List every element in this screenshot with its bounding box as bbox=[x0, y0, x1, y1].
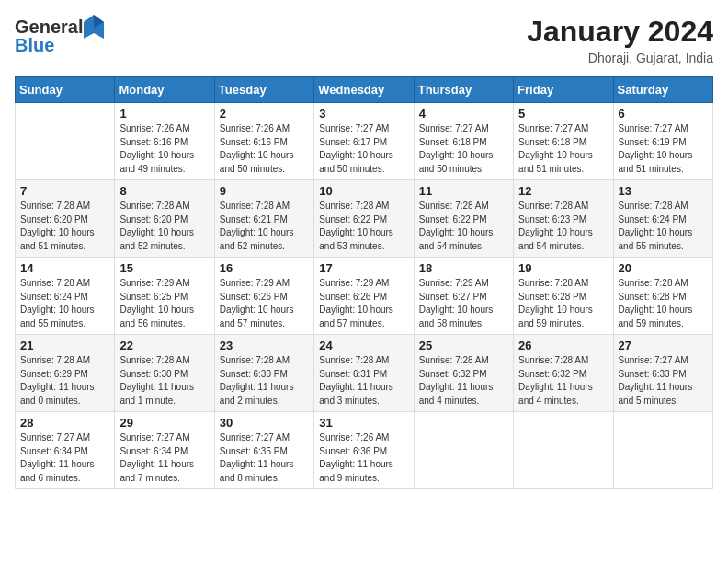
day-info: Sunrise: 7:28 AM Sunset: 6:23 PM Dayligh… bbox=[518, 200, 608, 253]
calendar-cell: 21Sunrise: 7:28 AM Sunset: 6:29 PM Dayli… bbox=[16, 335, 115, 412]
calendar-cell: 1Sunrise: 7:26 AM Sunset: 6:16 PM Daylig… bbox=[115, 103, 214, 180]
calendar-cell: 3Sunrise: 7:27 AM Sunset: 6:17 PM Daylig… bbox=[314, 103, 414, 180]
day-number: 18 bbox=[419, 261, 508, 275]
day-info: Sunrise: 7:27 AM Sunset: 6:35 PM Dayligh… bbox=[220, 431, 309, 485]
day-number: 7 bbox=[20, 184, 109, 198]
day-number: 19 bbox=[518, 261, 608, 275]
day-info: Sunrise: 7:29 AM Sunset: 6:26 PM Dayligh… bbox=[319, 277, 408, 330]
day-info: Sunrise: 7:29 AM Sunset: 6:25 PM Dayligh… bbox=[119, 277, 209, 330]
day-number: 16 bbox=[220, 261, 309, 275]
calendar-cell: 26Sunrise: 7:28 AM Sunset: 6:32 PM Dayli… bbox=[514, 335, 613, 412]
day-number: 12 bbox=[518, 184, 608, 198]
calendar-cell: 2Sunrise: 7:26 AM Sunset: 6:16 PM Daylig… bbox=[214, 103, 313, 180]
day-info: Sunrise: 7:28 AM Sunset: 6:30 PM Dayligh… bbox=[220, 354, 309, 408]
calendar-cell: 12Sunrise: 7:28 AM Sunset: 6:23 PM Dayli… bbox=[514, 180, 613, 258]
day-info: Sunrise: 7:28 AM Sunset: 6:28 PM Dayligh… bbox=[518, 277, 608, 330]
day-number: 17 bbox=[319, 261, 408, 275]
calendar-cell: 28Sunrise: 7:27 AM Sunset: 6:34 PM Dayli… bbox=[16, 412, 115, 489]
day-number: 1 bbox=[119, 107, 209, 121]
day-info: Sunrise: 7:28 AM Sunset: 6:22 PM Dayligh… bbox=[319, 200, 408, 253]
logo-blue-text: Blue bbox=[15, 35, 54, 56]
week-row-2: 7Sunrise: 7:28 AM Sunset: 6:20 PM Daylig… bbox=[16, 180, 713, 258]
page-header: General Blue January 2024 Dhoraji, Gujar… bbox=[15, 15, 713, 65]
day-number: 9 bbox=[220, 184, 309, 198]
day-number: 31 bbox=[319, 416, 408, 430]
day-info: Sunrise: 7:28 AM Sunset: 6:29 PM Dayligh… bbox=[20, 354, 109, 408]
calendar-cell bbox=[613, 412, 712, 489]
day-number: 26 bbox=[518, 339, 608, 352]
day-info: Sunrise: 7:28 AM Sunset: 6:31 PM Dayligh… bbox=[319, 354, 408, 408]
calendar-cell: 9Sunrise: 7:28 AM Sunset: 6:21 PM Daylig… bbox=[214, 180, 313, 258]
day-number: 23 bbox=[220, 339, 309, 352]
calendar-cell: 14Sunrise: 7:28 AM Sunset: 6:24 PM Dayli… bbox=[16, 258, 115, 335]
calendar-cell: 5Sunrise: 7:27 AM Sunset: 6:18 PM Daylig… bbox=[514, 103, 613, 180]
calendar-cell bbox=[16, 103, 115, 180]
column-header-friday: Friday bbox=[514, 77, 613, 103]
day-info: Sunrise: 7:27 AM Sunset: 6:34 PM Dayligh… bbox=[20, 431, 109, 485]
day-number: 21 bbox=[20, 339, 109, 352]
calendar-cell: 31Sunrise: 7:26 AM Sunset: 6:36 PM Dayli… bbox=[314, 412, 414, 489]
day-number: 30 bbox=[220, 416, 309, 430]
calendar-cell: 20Sunrise: 7:28 AM Sunset: 6:28 PM Dayli… bbox=[613, 258, 712, 335]
calendar-cell: 18Sunrise: 7:29 AM Sunset: 6:27 PM Dayli… bbox=[414, 258, 513, 335]
calendar-cell: 30Sunrise: 7:27 AM Sunset: 6:35 PM Dayli… bbox=[214, 412, 313, 489]
day-info: Sunrise: 7:29 AM Sunset: 6:26 PM Dayligh… bbox=[220, 277, 309, 330]
title-block: January 2024 Dhoraji, Gujarat, India bbox=[527, 15, 713, 65]
week-row-1: 1Sunrise: 7:26 AM Sunset: 6:16 PM Daylig… bbox=[16, 103, 713, 180]
day-info: Sunrise: 7:28 AM Sunset: 6:21 PM Dayligh… bbox=[220, 200, 309, 253]
calendar-cell: 17Sunrise: 7:29 AM Sunset: 6:26 PM Dayli… bbox=[314, 258, 414, 335]
month-year: January 2024 bbox=[527, 15, 713, 49]
column-header-sunday: Sunday bbox=[16, 77, 115, 103]
calendar-cell: 10Sunrise: 7:28 AM Sunset: 6:22 PM Dayli… bbox=[314, 180, 414, 258]
day-number: 4 bbox=[419, 107, 508, 121]
week-row-5: 28Sunrise: 7:27 AM Sunset: 6:34 PM Dayli… bbox=[16, 412, 713, 489]
logo: General Blue bbox=[15, 15, 105, 56]
day-info: Sunrise: 7:28 AM Sunset: 6:24 PM Dayligh… bbox=[20, 277, 109, 330]
column-header-monday: Monday bbox=[115, 77, 214, 103]
column-header-saturday: Saturday bbox=[613, 77, 712, 103]
day-info: Sunrise: 7:28 AM Sunset: 6:24 PM Dayligh… bbox=[619, 200, 708, 253]
day-number: 24 bbox=[319, 339, 408, 352]
day-number: 29 bbox=[119, 416, 209, 430]
day-info: Sunrise: 7:27 AM Sunset: 6:33 PM Dayligh… bbox=[619, 354, 708, 408]
day-number: 3 bbox=[319, 107, 408, 121]
day-number: 20 bbox=[619, 261, 708, 275]
day-number: 28 bbox=[20, 416, 109, 430]
day-info: Sunrise: 7:27 AM Sunset: 6:18 PM Dayligh… bbox=[419, 122, 508, 176]
location: Dhoraji, Gujarat, India bbox=[527, 51, 713, 65]
day-info: Sunrise: 7:28 AM Sunset: 6:20 PM Dayligh… bbox=[119, 200, 209, 253]
day-number: 10 bbox=[319, 184, 408, 198]
calendar-cell bbox=[414, 412, 513, 489]
calendar-cell: 24Sunrise: 7:28 AM Sunset: 6:31 PM Dayli… bbox=[314, 335, 414, 412]
calendar-cell: 8Sunrise: 7:28 AM Sunset: 6:20 PM Daylig… bbox=[115, 180, 214, 258]
calendar-cell: 11Sunrise: 7:28 AM Sunset: 6:22 PM Dayli… bbox=[414, 180, 513, 258]
column-header-thursday: Thursday bbox=[414, 77, 513, 103]
day-info: Sunrise: 7:28 AM Sunset: 6:28 PM Dayligh… bbox=[619, 277, 708, 330]
calendar-table: SundayMondayTuesdayWednesdayThursdayFrid… bbox=[15, 76, 713, 489]
calendar-header-row: SundayMondayTuesdayWednesdayThursdayFrid… bbox=[16, 77, 713, 103]
calendar-cell: 25Sunrise: 7:28 AM Sunset: 6:32 PM Dayli… bbox=[414, 335, 513, 412]
day-info: Sunrise: 7:28 AM Sunset: 6:32 PM Dayligh… bbox=[518, 354, 608, 408]
calendar-cell: 19Sunrise: 7:28 AM Sunset: 6:28 PM Dayli… bbox=[514, 258, 613, 335]
day-info: Sunrise: 7:28 AM Sunset: 6:22 PM Dayligh… bbox=[419, 200, 508, 253]
day-number: 11 bbox=[419, 184, 508, 198]
calendar-cell: 6Sunrise: 7:27 AM Sunset: 6:19 PM Daylig… bbox=[613, 103, 712, 180]
calendar-cell: 16Sunrise: 7:29 AM Sunset: 6:26 PM Dayli… bbox=[214, 258, 313, 335]
day-number: 2 bbox=[220, 107, 309, 121]
day-number: 6 bbox=[619, 107, 708, 121]
day-number: 27 bbox=[619, 339, 708, 352]
day-info: Sunrise: 7:26 AM Sunset: 6:16 PM Dayligh… bbox=[220, 122, 309, 176]
day-number: 15 bbox=[119, 261, 209, 275]
day-info: Sunrise: 7:26 AM Sunset: 6:36 PM Dayligh… bbox=[319, 431, 408, 485]
logo-icon bbox=[84, 15, 104, 39]
day-info: Sunrise: 7:27 AM Sunset: 6:18 PM Dayligh… bbox=[518, 122, 608, 176]
column-header-tuesday: Tuesday bbox=[214, 77, 313, 103]
calendar-cell: 22Sunrise: 7:28 AM Sunset: 6:30 PM Dayli… bbox=[115, 335, 214, 412]
day-info: Sunrise: 7:27 AM Sunset: 6:17 PM Dayligh… bbox=[319, 122, 408, 176]
calendar-cell: 13Sunrise: 7:28 AM Sunset: 6:24 PM Dayli… bbox=[613, 180, 712, 258]
day-number: 5 bbox=[518, 107, 608, 121]
column-header-wednesday: Wednesday bbox=[314, 77, 414, 103]
calendar-cell bbox=[514, 412, 613, 489]
day-number: 8 bbox=[119, 184, 209, 198]
day-number: 13 bbox=[619, 184, 708, 198]
